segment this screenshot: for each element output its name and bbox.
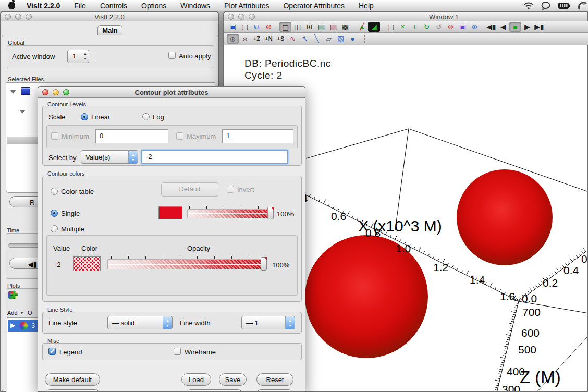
load-button[interactable]: Load: [181, 373, 211, 386]
single-color-swatch[interactable]: [158, 206, 182, 219]
partial-button[interactable]: [186, 389, 243, 392]
delete-view-icon[interactable]: ×: [397, 22, 409, 32]
plane-tool-icon[interactable]: ▱: [323, 34, 335, 44]
single-radio[interactable]: [51, 210, 58, 217]
pan-view-icon[interactable]: +: [409, 22, 421, 32]
single-opacity-thumb[interactable]: [267, 207, 274, 219]
menu-app[interactable]: VisIt 2.2.0: [27, 2, 60, 10]
disclosure-triangle-icon[interactable]: [20, 110, 25, 114]
tab-main[interactable]: Main: [97, 25, 123, 35]
layout-4x4-icon[interactable]: ▥: [327, 22, 339, 32]
step-back-icon[interactable]: ◀▮: [485, 22, 497, 32]
clear-plots-icon-overlay: ╱: [356, 22, 368, 32]
mountains-icon[interactable]: ◢: [368, 22, 380, 32]
menu-help[interactable]: Help: [359, 2, 374, 10]
clear-plots-icon[interactable]: ▲╱: [356, 22, 368, 32]
maximum-field[interactable]: 1: [222, 129, 293, 143]
sphere-tool-icon[interactable]: ●: [347, 34, 359, 44]
expand-plot-icon[interactable]: ▶: [10, 322, 15, 329]
wireframe-checkbox[interactable]: [174, 348, 181, 355]
save-button[interactable]: Save: [219, 373, 247, 386]
close-icon[interactable]: [228, 14, 234, 20]
line-tool-icon[interactable]: ╲: [311, 34, 323, 44]
no-view-icon[interactable]: ⊘: [445, 22, 457, 32]
active-window-icon[interactable]: ▣: [227, 22, 239, 32]
add-plot-label[interactable]: Add: [7, 310, 18, 316]
menu-controls[interactable]: Controls: [100, 2, 127, 10]
legend-checkbox[interactable]: [48, 348, 56, 355]
add-plot-icon[interactable]: +: [10, 287, 18, 303]
y-tick-label: 0.6: [581, 253, 587, 265]
layout-2x2-icon[interactable]: ⊞: [303, 22, 315, 32]
rotate-view-icon[interactable]: ↻: [421, 22, 433, 32]
menu-operator-attributes[interactable]: Operator Attributes: [283, 2, 345, 10]
axis-tool-icon[interactable]: ┆: [359, 34, 371, 44]
operators-label[interactable]: O: [28, 310, 32, 316]
multiple-radio[interactable]: [51, 225, 58, 232]
spreadsheet-pick-icon[interactable]: +S: [275, 34, 287, 44]
table-row-opacity-slider[interactable]: [107, 259, 265, 270]
invert-checkbox[interactable]: [227, 186, 234, 193]
line-width-combo[interactable]: — 1 ▲▼: [241, 316, 295, 329]
clone-window-icon[interactable]: ⧉: [251, 22, 263, 32]
zoom-window-icon[interactable]: [249, 14, 255, 20]
partial-button[interactable]: [256, 389, 293, 392]
minimum-field[interactable]: 0: [95, 129, 168, 143]
linear-radio[interactable]: [81, 113, 88, 120]
layout-1x1-icon[interactable]: ▢: [279, 22, 291, 32]
log-radio[interactable]: [142, 113, 150, 120]
chat-icon[interactable]: [541, 2, 550, 10]
box-tool-icon[interactable]: ▧: [335, 34, 347, 44]
save-view-icon[interactable]: ▣: [457, 22, 469, 32]
wifi-icon[interactable]: [523, 2, 534, 10]
maximum-checkbox[interactable]: [176, 132, 183, 140]
selected-files-label: Selected Files: [8, 76, 44, 82]
recenter-view-icon[interactable]: ⊕: [469, 22, 481, 32]
table-row-color-swatch[interactable]: [74, 256, 101, 271]
minimum-checkbox[interactable]: [51, 132, 58, 140]
zoom-mode-icon[interactable]: ⌀: [239, 34, 251, 44]
bounding-cube-icon[interactable]: ▢: [385, 22, 397, 32]
lineout-icon[interactable]: ∿: [287, 34, 299, 44]
play-reverse-icon[interactable]: ◀: [497, 22, 509, 32]
time-slider[interactable]: [8, 243, 41, 248]
vis-window-titlebar[interactable]: Window 1: [224, 12, 587, 21]
undo-view-icon[interactable]: ↺: [433, 22, 445, 32]
layout-3x3-icon[interactable]: ▦: [315, 22, 327, 32]
minimize-icon[interactable]: [238, 14, 244, 20]
auto-apply-checkbox[interactable]: [168, 52, 176, 59]
line-style-combo[interactable]: — solid ▲▼: [107, 316, 173, 329]
select-by-combo[interactable]: Value(s) ▲▼: [81, 150, 138, 164]
menu-plot-attributes[interactable]: Plot Attributes: [224, 2, 269, 10]
menu-windows[interactable]: Windows: [180, 2, 210, 10]
default-color-table-button[interactable]: Default: [161, 182, 218, 197]
node-pick-icon[interactable]: +N: [263, 34, 275, 44]
color-table-radio[interactable]: [51, 188, 58, 195]
active-window-stepper[interactable]: 1 ▲▼: [67, 50, 89, 63]
reset-button[interactable]: Reset: [256, 373, 293, 386]
layout-nxn-icon[interactable]: ▩: [339, 22, 351, 32]
battery-icon[interactable]: [558, 2, 570, 9]
main-window-titlebar[interactable]: VisIt 2.2.0: [1, 12, 218, 21]
contour-dialog-titlebar[interactable]: Contour plot attributes: [38, 87, 305, 98]
step-forward-icon[interactable]: ▶▮: [533, 22, 545, 32]
single-opacity-slider[interactable]: [187, 209, 273, 218]
stop-icon[interactable]: ■: [509, 22, 521, 32]
host-computer-icon[interactable]: [21, 87, 30, 95]
delete-window-icon[interactable]: ⊘: [263, 22, 275, 32]
contour-values-field[interactable]: -2: [141, 150, 288, 164]
layout-1x2-icon[interactable]: ◫: [291, 22, 303, 32]
menu-file[interactable]: File: [74, 2, 86, 10]
pick-arrow-icon[interactable]: ↖: [299, 34, 311, 44]
new-window-icon[interactable]: ▢: [239, 22, 251, 32]
navigate-mode-icon[interactable]: ⊛: [227, 34, 239, 44]
menu-options[interactable]: Options: [141, 2, 166, 10]
disclosure-triangle-icon[interactable]: [10, 90, 16, 94]
table-row-opacity-thumb[interactable]: [261, 257, 267, 271]
play-icon[interactable]: ▶: [521, 22, 533, 32]
partial-button[interactable]: [45, 389, 100, 392]
phone-icon[interactable]: [578, 2, 587, 10]
zoom-pick-icon[interactable]: +Z: [251, 34, 263, 44]
make-default-button[interactable]: Make default: [45, 373, 100, 386]
apple-icon[interactable]: [8, 2, 15, 9]
